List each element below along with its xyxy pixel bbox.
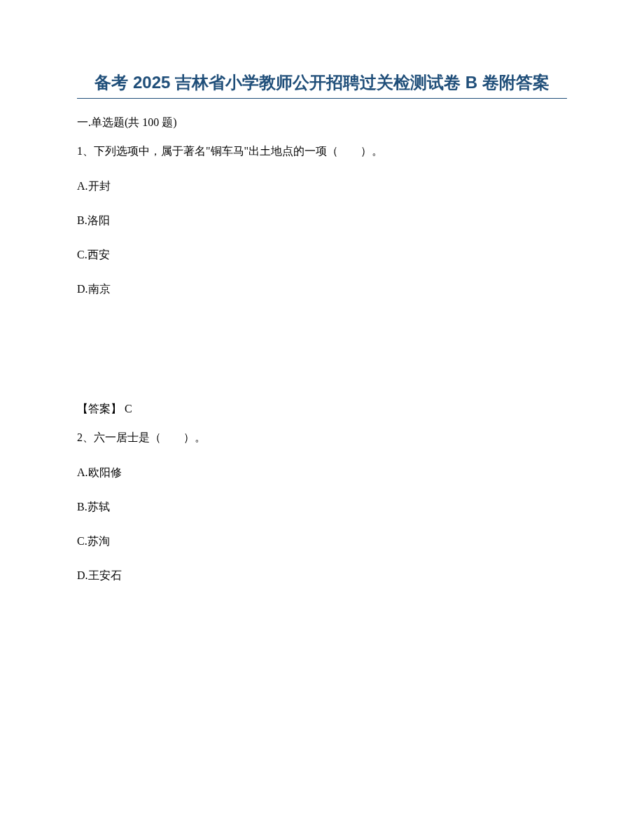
question-1-answer: 【答案】 C [77, 402, 567, 417]
question-1-stem: 1、下列选项中，属于著名"铜车马"出土地点的一项（ ）。 [77, 143, 567, 160]
title-underline [77, 98, 567, 99]
question-1-option-d: D.南京 [77, 282, 567, 297]
question-2-stem: 2、六一居士是（ ）。 [77, 429, 567, 446]
question-1-option-a: A.开封 [77, 179, 567, 194]
question-2-option-a: A.欧阳修 [77, 466, 567, 480]
question-1-option-c: C.西安 [77, 248, 567, 263]
question-2-option-b: B.苏轼 [77, 500, 567, 515]
question-1-option-b: B.洛阳 [77, 214, 567, 228]
question-2-option-d: D.王安石 [77, 569, 567, 583]
question-2-option-c: C.苏洵 [77, 534, 567, 549]
section-header: 一.单选题(共 100 题) [77, 116, 567, 130]
page-title: 备考 2025 吉林省小学教师公开招聘过关检测试卷 B 卷附答案 [77, 70, 567, 95]
